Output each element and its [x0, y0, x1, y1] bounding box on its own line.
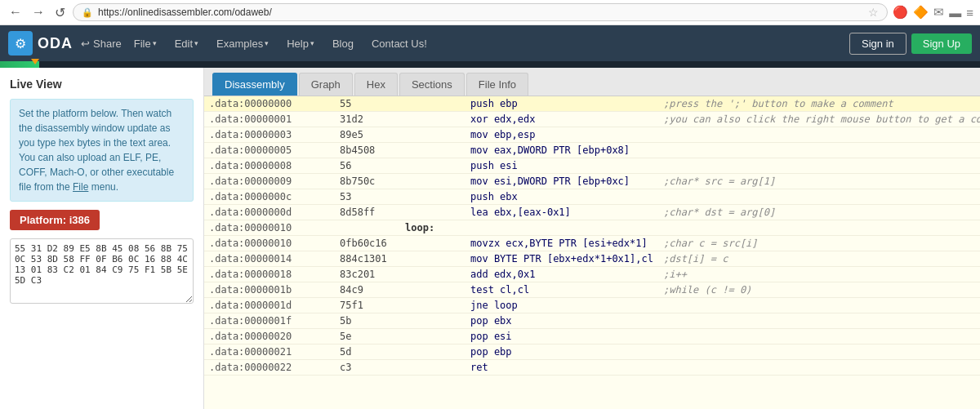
table-row[interactable]: .data:0000000d8d58fflea ebx,[eax-0x1];ch…: [204, 205, 980, 220]
info-link[interactable]: File: [73, 181, 88, 193]
table-row[interactable]: .data:0000001b84c9test cl,cl;while (c !=…: [204, 282, 980, 298]
nav-edit[interactable]: Edit ▾: [167, 33, 207, 55]
tab-sections[interactable]: Sections: [399, 73, 465, 96]
signin-button[interactable]: Sign in: [849, 33, 906, 55]
tab-disassembly[interactable]: Disassembly: [212, 73, 297, 96]
tabs-bar: Disassembly Graph Hex Sections File Info: [204, 68, 980, 96]
table-row[interactable]: .data:00000010loop:: [204, 220, 980, 236]
row-addr: .data:00000001: [204, 112, 335, 127]
row-hex: 56: [335, 158, 400, 174]
row-addr: .data:0000001b: [204, 282, 335, 298]
row-label: [400, 112, 466, 127]
reload-button[interactable]: ↺: [52, 5, 68, 20]
row-mnem: add edx,0x1: [466, 267, 658, 282]
row-label: loop:: [400, 220, 466, 236]
row-addr: .data:00000005: [204, 143, 335, 158]
row-hex: 31d2: [335, 112, 400, 127]
nav-file[interactable]: File ▾: [126, 33, 165, 55]
nav-menu: File ▾ Edit ▾ Examples ▾ Help ▾ Blog Con…: [126, 33, 435, 55]
row-comment: ;while (c != 0): [658, 282, 980, 298]
signup-button[interactable]: Sign Up: [911, 33, 972, 54]
row-hex: 5d: [335, 345, 400, 360]
table-row[interactable]: .data:0000000131d2xor edx,edx;you can al…: [204, 112, 980, 127]
live-view-title: Live View: [10, 78, 194, 91]
row-label: [400, 158, 466, 174]
disasm-view[interactable]: .data:0000000055push ebp;press the ';' b…: [204, 96, 980, 409]
row-hex: 55: [335, 96, 400, 112]
row-hex: 75f1: [335, 298, 400, 313]
table-row[interactable]: .data:0000000389e5mov ebp,esp: [204, 127, 980, 143]
row-addr: .data:00000010: [204, 220, 335, 236]
info-text2: menu.: [88, 181, 118, 193]
row-addr: .data:00000010: [204, 236, 335, 251]
forward-button[interactable]: →: [29, 5, 47, 20]
row-hex: 84c9: [335, 282, 400, 298]
table-row[interactable]: .data:000000100fb60c16movzx ecx,BYTE PTR…: [204, 236, 980, 251]
table-row[interactable]: .data:00000022c3ret: [204, 360, 980, 376]
row-mnem: push ebp: [466, 96, 658, 112]
table-row[interactable]: .data:0000000856push esi: [204, 158, 980, 174]
row-addr: .data:00000008: [204, 158, 335, 174]
row-addr: .data:00000018: [204, 267, 335, 282]
row-comment: ;char c = src[i]: [658, 236, 980, 251]
row-label: [400, 174, 466, 189]
row-hex: 89e5: [335, 127, 400, 143]
platform-button[interactable]: Platform: i386: [10, 210, 100, 230]
row-mnem: pop esi: [466, 329, 658, 345]
browser-icon-extra1[interactable]: ▬: [949, 6, 961, 20]
hex-input[interactable]: 55 31 D2 89 E5 8B 45 08 56 8B 75 0C 53 8…: [10, 238, 194, 304]
row-label: [400, 298, 466, 313]
row-mnem: jne loop: [466, 298, 658, 313]
table-row[interactable]: .data:0000001d75f1jne loop: [204, 298, 980, 313]
browser-icon-red[interactable]: 🔴: [893, 5, 908, 20]
table-row[interactable]: .data:0000000055push ebp;press the ';' b…: [204, 96, 980, 112]
help-arrow: ▾: [310, 39, 314, 47]
table-row[interactable]: .data:000000205epop esi: [204, 329, 980, 345]
row-mnem: mov ebp,esp: [466, 127, 658, 143]
tab-graph[interactable]: Graph: [299, 73, 353, 96]
url-bar[interactable]: 🔒 https://onlinedisassembler.com/odaweb/…: [73, 3, 888, 21]
row-label: [400, 251, 466, 267]
table-row[interactable]: .data:000000215dpop ebp: [204, 345, 980, 360]
nav-blog[interactable]: Blog: [324, 33, 362, 55]
table-row[interactable]: .data:000000098b750cmov esi,DWORD PTR [e…: [204, 174, 980, 189]
row-comment: [658, 143, 980, 158]
row-hex: 8d58ff: [335, 205, 400, 220]
browser-url-bar: ← → ↺ 🔒 https://onlinedisassembler.com/o…: [0, 0, 980, 25]
left-panel: Live View Set the platform below. Then w…: [0, 68, 204, 409]
tab-hex[interactable]: Hex: [354, 73, 398, 96]
table-row[interactable]: .data:000000058b4508mov eax,DWORD PTR [e…: [204, 143, 980, 158]
row-comment: [658, 345, 980, 360]
row-addr: .data:0000001f: [204, 313, 335, 329]
browser-icon-orange[interactable]: 🔶: [913, 5, 929, 20]
brand-name: ODA: [38, 35, 73, 52]
browser-icon-mail[interactable]: ✉: [933, 5, 944, 20]
tab-fileinfo[interactable]: File Info: [466, 73, 528, 96]
row-addr: .data:00000022: [204, 360, 335, 376]
row-addr: .data:0000000d: [204, 205, 335, 220]
star-icon[interactable]: ☆: [868, 6, 879, 19]
row-hex: 5b: [335, 313, 400, 329]
table-row[interactable]: .data:0000001f5bpop ebx: [204, 313, 980, 329]
row-mnem: lea ebx,[eax-0x1]: [466, 205, 658, 220]
navbar: ⚙ ODA ↩ Share File ▾ Edit ▾ Examples ▾ H…: [0, 25, 980, 61]
progress-marker: [31, 59, 39, 64]
row-mnem: mov BYTE PTR [ebx+edx*1+0x1],cl: [466, 251, 658, 267]
table-row[interactable]: .data:0000000c53push ebx: [204, 189, 980, 205]
nav-examples[interactable]: Examples ▾: [208, 33, 277, 55]
row-hex: 0fb60c16: [335, 236, 400, 251]
nav-contact[interactable]: Contact Us!: [363, 33, 435, 55]
browser-icon-menu[interactable]: ≡: [966, 6, 973, 20]
table-row[interactable]: .data:0000001883c201add edx,0x1;i++: [204, 267, 980, 282]
share-button[interactable]: ↩ Share: [81, 38, 122, 50]
row-addr: .data:00000000: [204, 96, 335, 112]
nav-help[interactable]: Help ▾: [278, 33, 323, 55]
row-addr: .data:00000021: [204, 345, 335, 360]
row-mnem: mov esi,DWORD PTR [ebp+0xc]: [466, 174, 658, 189]
back-button[interactable]: ←: [7, 5, 24, 20]
row-hex: 83c201: [335, 267, 400, 282]
row-addr: .data:00000009: [204, 174, 335, 189]
table-row[interactable]: .data:00000014884c1301mov BYTE PTR [ebx+…: [204, 251, 980, 267]
row-comment: ;you can also click the right mouse butt…: [658, 112, 980, 127]
main-layout: Live View Set the platform below. Then w…: [0, 68, 980, 409]
